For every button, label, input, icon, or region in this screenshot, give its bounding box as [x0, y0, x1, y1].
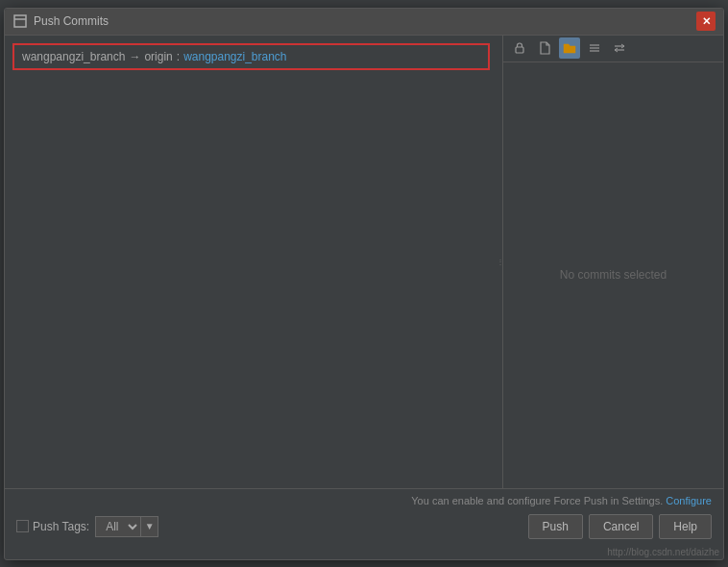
svg-rect-0	[14, 15, 26, 27]
push-tags-checkbox[interactable]	[16, 520, 29, 532]
title-bar-left: Push Commits	[12, 13, 109, 29]
push-tags-dropdown-container: All ▼	[95, 516, 158, 537]
branch-separator: :	[177, 50, 180, 63]
bottom-controls: Push Tags: All ▼ Push Cancel Help	[16, 514, 712, 539]
window-icon	[12, 13, 28, 29]
footer-bar: You can enable and configure Force Push …	[5, 488, 723, 545]
right-toolbar	[503, 36, 723, 62]
push-tags-dropdown[interactable]: All	[95, 516, 141, 537]
svg-rect-2	[516, 47, 523, 53]
target-branch: wangpangzi_branch	[183, 50, 286, 63]
configure-link[interactable]: Configure	[666, 495, 712, 506]
lock-toolbar-button[interactable]	[509, 37, 530, 59]
cancel-button[interactable]: Cancel	[589, 514, 653, 539]
push-tags-label: Push Tags:	[33, 520, 89, 533]
buttons-area: Push Cancel Help	[528, 514, 712, 539]
folder-toolbar-button[interactable]	[559, 37, 580, 59]
right-panel: No commits selected	[502, 36, 723, 488]
push-button[interactable]: Push	[528, 514, 583, 539]
file-toolbar-button[interactable]	[534, 37, 555, 59]
branch-arrow: →	[129, 50, 140, 63]
content-area: wangpangzi_branch → origin : wangpangzi_…	[5, 36, 723, 559]
source-branch: wangpangzi_branch	[22, 50, 125, 63]
list-toolbar-button[interactable]	[584, 37, 605, 59]
dropdown-arrow-icon[interactable]: ▼	[141, 516, 158, 537]
watermark: http://blog.csdn.net/daizhe	[5, 545, 723, 559]
close-button[interactable]: ✕	[696, 12, 716, 31]
push-tags-checkbox-container: Push Tags:	[16, 520, 89, 533]
no-commits-label: No commits selected	[503, 62, 723, 488]
main-split: wangpangzi_branch → origin : wangpangzi_…	[5, 36, 723, 488]
push-tags-area: Push Tags: All ▼	[16, 516, 158, 537]
remote-label: origin	[144, 50, 172, 63]
window-title: Push Commits	[34, 14, 109, 28]
push-commits-window: Push Commits ✕ wangpangzi_branch → origi…	[4, 8, 724, 560]
title-bar: Push Commits ✕	[5, 9, 723, 36]
branch-selector[interactable]: wangpangzi_branch → origin : wangpangzi_…	[12, 43, 490, 70]
lines-toolbar-button[interactable]	[609, 37, 630, 59]
force-push-info: You can enable and configure Force Push …	[16, 495, 712, 506]
help-button[interactable]: Help	[659, 514, 712, 539]
left-panel: wangpangzi_branch → origin : wangpangzi_…	[5, 36, 497, 488]
